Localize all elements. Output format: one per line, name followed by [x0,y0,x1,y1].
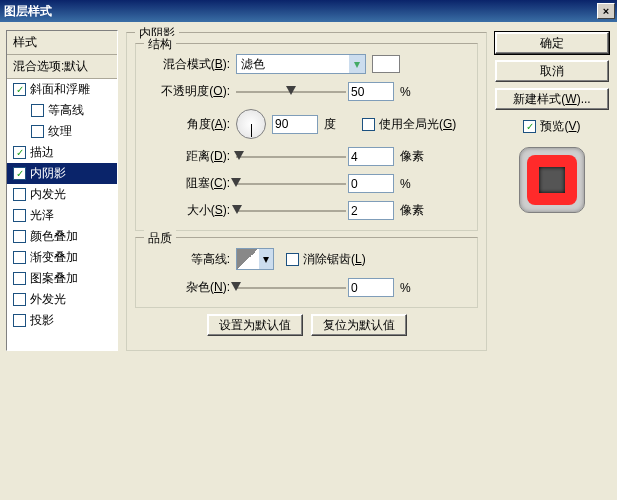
size-unit: 像素 [400,202,436,219]
checkbox-icon [13,209,26,222]
sidebar-item-label: 外发光 [30,291,66,308]
sidebar-item-label: 光泽 [30,207,54,224]
checkbox-icon: ✓ [13,83,26,96]
close-button[interactable]: × [597,3,615,19]
distance-unit: 像素 [400,148,436,165]
sidebar-item-label: 描边 [30,144,54,161]
preview-core [539,167,565,193]
dialog-content: 样式 混合选项:默认 ✓斜面和浮雕等高线纹理✓描边✓内阴影内发光光泽颜色叠加渐变… [0,22,617,359]
angle-label: 角度(A): [148,116,234,133]
opacity-label: 不透明度(O): [148,83,234,100]
preview-checkbox[interactable]: ✓ 预览(V) [495,118,609,135]
checkbox-icon [31,125,44,138]
sidebar-item-3[interactable]: ✓描边 [7,142,117,163]
sidebar-item-label: 等高线 [48,102,84,119]
noise-label: 杂色(N): [148,279,234,296]
sidebar-item-5[interactable]: 内发光 [7,184,117,205]
checkbox-icon [13,314,26,327]
sidebar-item-label: 颜色叠加 [30,228,78,245]
blendmode-label: 混合模式(B): [148,56,234,73]
size-input[interactable] [348,201,394,220]
opacity-unit: % [400,85,436,99]
contour-label: 等高线: [148,251,234,268]
choke-unit: % [400,177,436,191]
noise-slider[interactable] [236,279,346,297]
size-label: 大小(S): [148,202,234,219]
structure-legend: 结构 [144,36,176,53]
checkbox-icon: ✓ [13,167,26,180]
sidebar-item-10[interactable]: 外发光 [7,289,117,310]
sidebar-item-label: 投影 [30,312,54,329]
checkbox-icon: ✓ [13,146,26,159]
sidebar-item-label: 斜面和浮雕 [30,81,90,98]
distance-input[interactable] [348,147,394,166]
ok-button[interactable]: 确定 [495,32,609,54]
sidebar-item-8[interactable]: 渐变叠加 [7,247,117,268]
sidebar-item-4[interactable]: ✓内阴影 [7,163,117,184]
sidebar-item-11[interactable]: 投影 [7,310,117,331]
sidebar-item-7[interactable]: 颜色叠加 [7,226,117,247]
checkbox-icon [13,293,26,306]
quality-group: 品质 等高线: ▾ 消除锯齿(L) 杂色(N): [135,237,478,308]
cancel-button[interactable]: 取消 [495,60,609,82]
sidebar-item-label: 渐变叠加 [30,249,78,266]
checkbox-icon [13,272,26,285]
panel-group: 内阴影 结构 混合模式(B): 滤色 ▾ 不透明度(O): % [126,32,487,351]
checkbox-icon [31,104,44,117]
sidebar-header: 样式 [7,31,117,55]
title-bar: 图层样式 × [0,0,617,22]
choke-label: 阻塞(C): [148,175,234,192]
dropdown-arrow-icon: ▾ [259,249,273,269]
size-slider[interactable] [236,202,346,220]
choke-slider[interactable] [236,175,346,193]
opacity-slider[interactable] [236,83,346,101]
blendmode-combo[interactable]: 滤色 ▾ [236,54,366,74]
right-column: 确定 取消 新建样式(W)... ✓ 预览(V) [495,30,609,351]
noise-input[interactable] [348,278,394,297]
quality-legend: 品质 [144,230,176,247]
sidebar-item-label: 内发光 [30,186,66,203]
angle-input[interactable] [272,115,318,134]
sidebar-item-label: 图案叠加 [30,270,78,287]
new-style-button[interactable]: 新建样式(W)... [495,88,609,110]
antialias-checkbox[interactable]: 消除锯齿(L) [286,251,366,268]
checkbox-icon [13,230,26,243]
sidebar-item-6[interactable]: 光泽 [7,205,117,226]
sidebar-item-1[interactable]: 等高线 [7,100,117,121]
dropdown-arrow-icon: ▾ [349,55,365,73]
blendmode-color-swatch[interactable] [372,55,400,73]
preview-inner [527,155,577,205]
sidebar-item-label: 纹理 [48,123,72,140]
choke-input[interactable] [348,174,394,193]
sidebar-item-label: 内阴影 [30,165,66,182]
contour-preview-icon [237,249,259,269]
distance-slider[interactable] [236,148,346,166]
distance-label: 距离(D): [148,148,234,165]
sidebar-item-0[interactable]: ✓斜面和浮雕 [7,79,117,100]
checkbox-icon [13,251,26,264]
checkbox-icon [286,253,299,266]
checkbox-icon [362,118,375,131]
contour-picker[interactable]: ▾ [236,248,274,270]
sidebar-item-2[interactable]: 纹理 [7,121,117,142]
main-panel: 内阴影 结构 混合模式(B): 滤色 ▾ 不透明度(O): % [124,30,489,351]
sidebar-item-9[interactable]: 图案叠加 [7,268,117,289]
checkbox-icon: ✓ [523,120,536,133]
checkbox-icon [13,188,26,201]
reset-default-button[interactable]: 复位为默认值 [311,314,407,336]
opacity-input[interactable] [348,82,394,101]
set-default-button[interactable]: 设置为默认值 [207,314,303,336]
angle-dial[interactable] [236,109,266,139]
global-light-checkbox[interactable]: 使用全局光(G) [362,116,456,133]
sidebar-blend-options[interactable]: 混合选项:默认 [7,55,117,79]
angle-unit: 度 [324,116,360,133]
styles-sidebar: 样式 混合选项:默认 ✓斜面和浮雕等高线纹理✓描边✓内阴影内发光光泽颜色叠加渐变… [6,30,118,351]
noise-unit: % [400,281,436,295]
structure-group: 结构 混合模式(B): 滤色 ▾ 不透明度(O): % 角度(A) [135,43,478,231]
preview-swatch [519,147,585,213]
window-title: 图层样式 [4,3,52,20]
